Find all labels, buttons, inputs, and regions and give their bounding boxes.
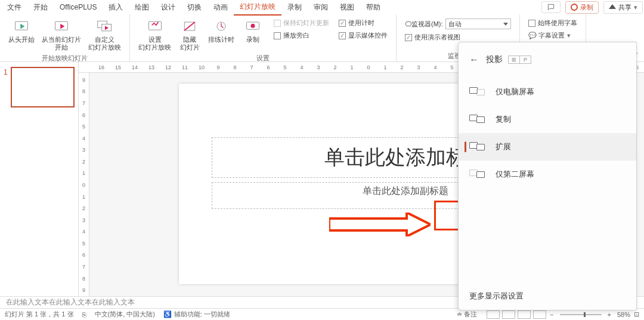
slide-thumbnail-1[interactable]: 1	[4, 67, 75, 107]
view-normal-button[interactable]	[487, 310, 500, 319]
project-title: 投影	[486, 54, 503, 65]
tab-view[interactable]: 视图	[334, 0, 360, 15]
monitor-select-row: 🖵 监视器(M): 自动	[405, 19, 511, 29]
thumbnail-panel[interactable]: 1	[0, 62, 79, 296]
from-current-button[interactable]: 从当前幻灯片 开始	[38, 17, 85, 53]
setup-slideshow-button[interactable]: 设置 幻灯片放映	[135, 17, 175, 53]
fit-screen-button[interactable]: ⊡	[634, 310, 639, 318]
record-slideshow-button[interactable]: 录制	[238, 17, 268, 45]
tab-animation[interactable]: 动画	[208, 0, 234, 15]
tab-slideshow[interactable]: 幻灯片放映	[234, 0, 281, 16]
record-button[interactable]: 录制	[565, 1, 599, 14]
media-controls-checkbox[interactable]: ✓显示媒体控件	[339, 31, 388, 40]
rehearse-button[interactable]: 排练计时	[205, 17, 238, 45]
comments-button[interactable]	[541, 1, 561, 13]
narration-checkbox[interactable]: ✓播放旁白	[274, 31, 329, 40]
monitor-icon: 🖵	[405, 20, 411, 27]
ribbon-group-start: 从头开始 从当前幻灯片 开始 自定义 幻灯片放映 开始放映幻灯片	[0, 14, 130, 61]
back-button[interactable]: ←	[469, 54, 479, 65]
ribbon-group-setup: 设置 幻灯片放映 隐藏 幻灯片 排练计时 录制 ✓保持幻灯片更新 ✓播放旁白 ✓…	[130, 14, 397, 61]
tab-help[interactable]: 帮助	[360, 0, 386, 15]
zoom-level[interactable]: 58%	[617, 311, 630, 318]
view-sorter-button[interactable]	[502, 310, 515, 319]
tab-transition[interactable]: 切换	[181, 0, 208, 15]
ribbon-group-setup-label: 设置	[135, 53, 391, 63]
hide-slide-button[interactable]: 隐藏 幻灯片	[175, 17, 205, 53]
slide-counter: 幻灯片 第 1 张，共 1 张	[5, 310, 74, 319]
more-display-settings[interactable]: 更多显示器设置	[469, 291, 524, 301]
ribbon-group-start-label: 开始放映幻灯片	[5, 53, 125, 63]
svg-point-8	[251, 24, 255, 28]
keep-update-checkbox: ✓保持幻灯片更新	[274, 19, 329, 27]
menu-bar: 文件 开始 OfficePLUS 插入 绘图 设计 切换 动画 幻灯片放映 录制…	[0, 0, 644, 14]
tab-officeplus[interactable]: OfficePLUS	[54, 1, 103, 14]
tab-review[interactable]: 审阅	[308, 0, 334, 15]
share-button[interactable]: 共享▾	[603, 1, 643, 14]
from-beginning-button[interactable]: 从头开始	[5, 17, 38, 45]
svg-rect-4	[148, 21, 161, 30]
zoom-slider[interactable]	[560, 314, 602, 315]
project-panel: ← 投影 ⊞P 仅电脑屏幕 复制 扩展 仅第二屏幕 更多显示器设置	[458, 42, 637, 310]
view-reading-button[interactable]	[518, 310, 531, 319]
language-indicator[interactable]: 中文(简体, 中国大陆)	[95, 310, 155, 319]
subtitle-settings-button[interactable]: 💬字幕设置▾	[528, 31, 571, 40]
presenter-view-checkbox[interactable]: ✓使用演示者视图	[405, 33, 460, 42]
tab-insert[interactable]: 插入	[103, 0, 129, 15]
tab-design[interactable]: 设计	[155, 0, 181, 15]
zoom-out-button[interactable]: −	[547, 311, 556, 318]
spell-check-icon[interactable]: ⎘	[82, 311, 86, 318]
view-mode-toggle[interactable]: ⊞P	[509, 56, 531, 64]
view-slideshow-button[interactable]	[533, 310, 546, 319]
notes-toggle[interactable]: ≐备注	[457, 310, 477, 319]
vertical-ruler: 9876543210123456789	[79, 73, 89, 296]
monitor-select[interactable]: 自动	[445, 19, 511, 29]
use-timer-checkbox[interactable]: ✓使用计时	[339, 19, 388, 27]
custom-slideshow-button[interactable]: 自定义 幻灯片放映	[85, 17, 125, 53]
zoom-in-button[interactable]: +	[605, 311, 614, 318]
tab-draw[interactable]: 绘图	[129, 0, 155, 15]
tab-home[interactable]: 开始	[27, 0, 54, 15]
tab-file[interactable]: 文件	[1, 0, 27, 15]
always-subtitle-checkbox[interactable]: ✓始终使用字幕	[528, 19, 577, 27]
option-duplicate[interactable]: 复制	[459, 106, 636, 133]
accessibility-status[interactable]: ♿辅助功能: 一切就绪	[163, 310, 230, 319]
option-second-only[interactable]: 仅第二屏幕	[459, 161, 636, 188]
tab-record[interactable]: 录制	[281, 0, 308, 15]
option-pc-only[interactable]: 仅电脑屏幕	[459, 78, 636, 106]
option-extend[interactable]: 扩展	[459, 133, 636, 161]
